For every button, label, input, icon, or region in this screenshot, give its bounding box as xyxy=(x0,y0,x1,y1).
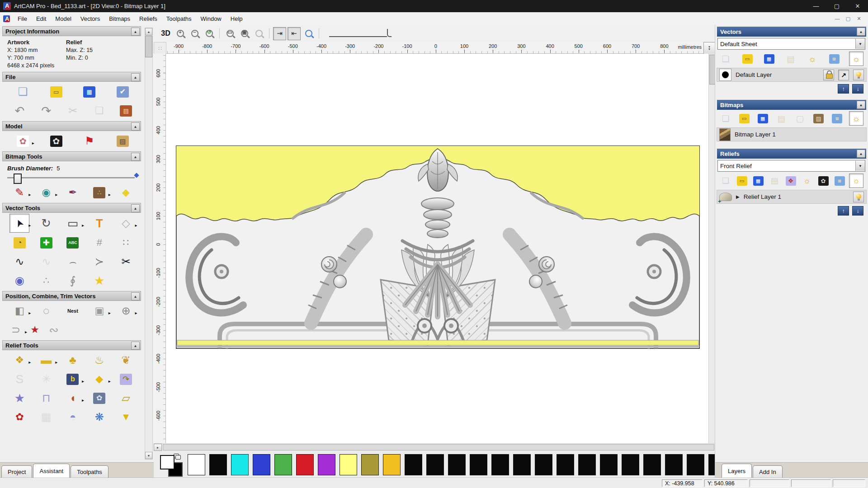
menu-bitmaps[interactable]: Bitmaps xyxy=(104,12,135,25)
extrude-dome-icon[interactable]: ◉ xyxy=(10,272,29,290)
scroll-down-icon[interactable] xyxy=(145,452,152,459)
group-vectors-icon[interactable]: ▣ xyxy=(90,302,109,320)
preview-magnifier-icon[interactable] xyxy=(302,27,315,40)
fan-relief-icon[interactable]: ▼ xyxy=(117,408,136,426)
nesting-icon[interactable]: Nest xyxy=(63,302,82,320)
zoom-previous-icon[interactable]: ↺ xyxy=(203,27,216,40)
canvas-vertical-scrollbar[interactable] xyxy=(708,54,715,443)
wrap-vectors-icon[interactable]: # xyxy=(90,234,109,252)
model-properties-icon[interactable]: ✔ xyxy=(113,83,132,101)
primary-colour-swatch[interactable] xyxy=(160,455,175,469)
open-model-icon[interactable]: ▭ xyxy=(47,83,66,101)
join-vectors-icon[interactable]: ⊃ xyxy=(6,321,25,339)
primary-secondary-colours[interactable] xyxy=(160,454,184,475)
all-bitmaps-visibility-icon[interactable]: ☼ xyxy=(849,111,863,126)
collapse-section-button[interactable] xyxy=(131,153,140,161)
trim-vectors-icon[interactable]: ✂ xyxy=(117,253,136,271)
save-bitmap-layer-icon[interactable]: ▦ xyxy=(756,112,769,125)
node-editing-icon[interactable]: ∴ xyxy=(37,272,56,290)
palette-swatch[interactable] xyxy=(296,454,314,475)
palette-swatch[interactable] xyxy=(274,454,292,475)
sculpt-relief-icon[interactable]: ❖ xyxy=(10,351,29,369)
palette-swatch[interactable] xyxy=(470,454,487,475)
create-rectangle-icon[interactable]: ▭ xyxy=(63,214,82,232)
dome-relief-icon[interactable]: ♨ xyxy=(90,351,109,369)
canvas-horizontal-scrollbar[interactable] xyxy=(154,443,715,451)
toggle-bitmap-visibility-button[interactable]: ⇥ xyxy=(273,27,286,40)
blue-dome-icon[interactable]: ◓ xyxy=(63,408,82,426)
offset-relief-icon[interactable]: ◆ xyxy=(90,370,109,388)
palette-swatch[interactable] xyxy=(535,454,552,475)
menu-toolpaths[interactable]: Toolpaths xyxy=(162,12,196,25)
zoom-in-icon[interactable]: + xyxy=(174,27,187,40)
scrollbar-thumb[interactable] xyxy=(145,36,152,57)
star-relief-icon[interactable]: ★ xyxy=(10,389,29,407)
render-lighting-icon[interactable]: ⚑ xyxy=(80,132,99,150)
paste-array-icon[interactable]: ∷ xyxy=(117,234,136,252)
new-model-icon[interactable]: ❏ xyxy=(14,83,33,101)
mirror-vectors-icon[interactable]: ∮ xyxy=(63,272,82,290)
palette-swatch[interactable] xyxy=(231,454,249,475)
wrap-relief-icon[interactable]: ↷ xyxy=(117,370,136,388)
toggle-vector-visibility-button[interactable]: ⇤ xyxy=(288,27,301,40)
redo-icon[interactable]: ↷ xyxy=(37,102,56,120)
menu-reliefs[interactable]: Reliefs xyxy=(135,12,162,25)
create-polyline-icon[interactable]: ∿ xyxy=(10,253,29,271)
merge-relief-icon[interactable]: ❦ xyxy=(117,351,136,369)
palette-swatch[interactable] xyxy=(557,454,574,475)
stack-relief-icon[interactable]: ▱ xyxy=(117,389,136,407)
minimize-button[interactable]: — xyxy=(806,0,826,12)
palette-swatch[interactable] xyxy=(340,454,357,475)
drawing-canvas[interactable] xyxy=(166,54,708,443)
align-vectors-icon[interactable]: ◧ xyxy=(10,302,29,320)
add-relief-icon[interactable]: ♣ xyxy=(63,351,82,369)
save-model-icon[interactable]: ▦ xyxy=(80,83,99,101)
chevron-down-icon[interactable] xyxy=(855,161,865,171)
palette-swatch[interactable] xyxy=(622,454,639,475)
collapse-section-button[interactable] xyxy=(131,292,140,300)
sphere-texture-icon[interactable]: ❋ xyxy=(90,408,109,426)
layer-visibility-bulb-icon[interactable] xyxy=(853,70,864,80)
menu-vectors[interactable]: Vectors xyxy=(76,12,104,25)
undo-icon[interactable]: ↶ xyxy=(10,102,29,120)
relief-from-image-icon[interactable]: ✿ xyxy=(14,132,33,150)
emboss-relief-icon[interactable]: ✿ xyxy=(90,389,109,407)
palette-swatch[interactable] xyxy=(383,454,401,475)
assistant-scrollbar[interactable] xyxy=(145,28,153,460)
select-vectors-icon[interactable]: ➤ xyxy=(9,214,29,233)
zoom-rectangle-icon[interactable]: ▭ xyxy=(223,27,236,40)
menu-window[interactable]: Window xyxy=(196,12,226,25)
palette-swatch[interactable] xyxy=(513,454,531,475)
snap-layer-icon[interactable] xyxy=(838,70,849,80)
vector-texture-icon[interactable]: ★ xyxy=(25,321,44,339)
palette-swatch[interactable] xyxy=(361,454,379,475)
vector-library-icon[interactable]: ABC xyxy=(63,234,82,252)
delete-bitmap-layer-icon[interactable]: ≡ xyxy=(830,112,844,125)
palette-swatch[interactable] xyxy=(687,454,704,475)
collapse-section-button[interactable] xyxy=(857,101,865,109)
zoom-object-icon[interactable] xyxy=(252,27,265,40)
text-on-curve-icon[interactable]: ◌ xyxy=(37,302,56,320)
move-layer-down-icon[interactable] xyxy=(852,84,863,94)
tab-project[interactable]: Project xyxy=(1,465,32,478)
slider-track[interactable] xyxy=(7,177,135,178)
ruler-origin-icon[interactable] xyxy=(154,42,166,55)
open-vector-layer-icon[interactable]: ▭ xyxy=(741,52,754,66)
envelope-distort-icon[interactable]: ◇ xyxy=(117,214,136,232)
pick-colour-icon[interactable]: ✒ xyxy=(63,183,82,202)
open-relief-layer-icon[interactable]: ▭ xyxy=(735,174,749,188)
arc-tool-icon[interactable]: ≻ xyxy=(90,253,109,271)
green-cross-icon[interactable]: ✚ xyxy=(37,234,56,252)
mdi-restore-icon[interactable] xyxy=(843,14,854,23)
lock-layer-icon[interactable] xyxy=(823,70,834,80)
move-layer-down-icon[interactable] xyxy=(852,206,863,216)
collapse-section-button[interactable] xyxy=(131,342,140,350)
collapse-section-button[interactable] xyxy=(857,28,865,36)
measure-icon[interactable]: ◔ xyxy=(10,234,29,252)
tab-layers[interactable]: Layers xyxy=(722,464,752,478)
palette-swatch[interactable] xyxy=(578,454,596,475)
brush-diameter-slider[interactable] xyxy=(7,173,135,183)
greyscale-preview-icon[interactable]: ✿ xyxy=(816,174,830,188)
collapse-section-button[interactable] xyxy=(131,122,140,131)
scroll-up-icon[interactable] xyxy=(145,28,152,35)
